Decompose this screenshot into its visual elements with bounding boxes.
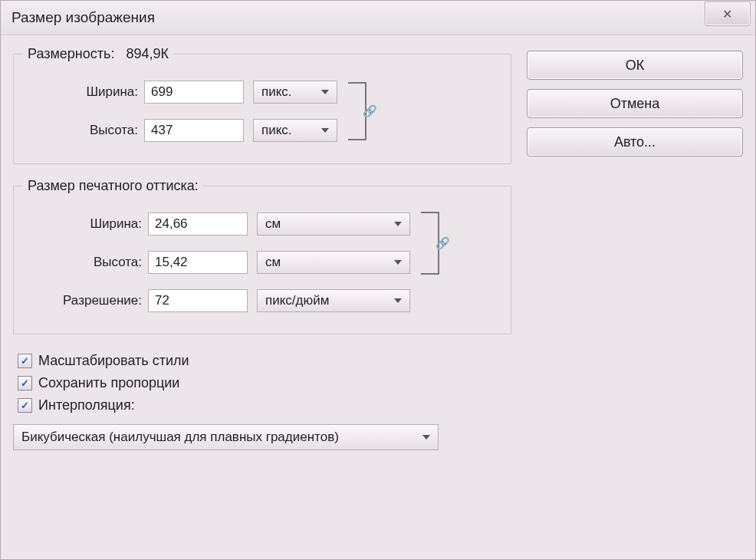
main-column: Размерность: 894,9К Ширина: пикс. [13, 46, 511, 548]
resolution-unit-select[interactable]: пикс/дюйм [257, 289, 410, 312]
constrain-link-print: 🔗 [421, 212, 439, 275]
link-icon: 🔗 [436, 236, 450, 250]
link-icon: 🔗 [363, 104, 377, 118]
resample-label: Интерполяция: [38, 397, 135, 413]
side-buttons: ОК Отмена Авто... [527, 46, 743, 548]
resolution-input[interactable] [148, 289, 248, 312]
print-height-unit: см [265, 255, 281, 270]
print-width-label: Ширина: [23, 216, 148, 232]
dimensions-size: 894,9К [126, 46, 169, 61]
ok-button[interactable]: ОК [527, 51, 743, 80]
print-height-label: Высота: [23, 255, 148, 270]
close-icon: ✕ [722, 7, 733, 21]
chevron-down-icon [394, 222, 402, 226]
chevron-down-icon [394, 260, 402, 265]
chevron-down-icon [321, 128, 329, 133]
resample-method: Бикубическая (наилучшая для плавных град… [21, 430, 339, 445]
chevron-down-icon [394, 298, 402, 303]
checkbox-icon: ✓ [18, 376, 32, 390]
pixel-width-input[interactable] [144, 81, 244, 104]
dimensions-label: Размерность: [28, 46, 114, 61]
print-width-input[interactable] [148, 212, 248, 236]
print-width-unit: см [265, 216, 281, 232]
pixel-height-unit: пикс. [261, 123, 292, 138]
height-label: Высота: [23, 123, 144, 138]
cancel-button[interactable]: Отмена [527, 89, 743, 118]
resample-checkbox[interactable]: ✓ Интерполяция: [18, 397, 511, 413]
pixel-height-unit-select[interactable]: пикс. [253, 119, 337, 142]
print-width-unit-select[interactable]: см [257, 212, 410, 236]
resolution-unit: пикс/дюйм [265, 293, 329, 308]
window-title: Размер изображения [8, 9, 155, 26]
chevron-down-icon [321, 90, 329, 94]
titlebar: Размер изображения ✕ [1, 1, 755, 35]
pixel-pair: Ширина: пикс. Высота: пикс. [23, 73, 501, 150]
document-size-group: Размер печатного оттиска: Ширина: см [13, 178, 511, 334]
pixel-dimensions-legend: Размерность: 894,9К [23, 46, 173, 62]
auto-button[interactable]: Авто... [527, 127, 743, 156]
checkbox-icon: ✓ [18, 398, 32, 413]
resolution-label: Разрешение: [23, 293, 148, 308]
chevron-down-icon [422, 435, 430, 440]
constrain-link-pixel: 🔗 [348, 82, 366, 140]
options-checks: ✓ Масштабировать стили ✓ Сохранить пропо… [18, 353, 511, 413]
image-size-dialog: Размер изображения ✕ Размерность: 894,9К… [0, 0, 756, 560]
constrain-proportions-checkbox[interactable]: ✓ Сохранить пропорции [18, 375, 511, 391]
print-pair: Ширина: см Высота: см [23, 205, 501, 282]
width-label: Ширина: [23, 84, 144, 100]
constrain-label: Сохранить пропорции [38, 375, 179, 391]
pixel-width-unit-select[interactable]: пикс. [253, 81, 337, 104]
resample-method-select[interactable]: Бикубическая (наилучшая для плавных град… [13, 424, 439, 450]
pixel-width-unit: пикс. [261, 84, 292, 100]
document-size-legend: Размер печатного оттиска: [23, 178, 203, 194]
print-height-unit-select[interactable]: см [257, 251, 410, 274]
close-button[interactable]: ✕ [705, 2, 751, 26]
dialog-body: Размерность: 894,9К Ширина: пикс. [1, 35, 755, 559]
pixel-height-input[interactable] [144, 119, 244, 142]
scale-styles-checkbox[interactable]: ✓ Масштабировать стили [18, 353, 511, 369]
scale-styles-label: Масштабировать стили [38, 353, 189, 369]
checkbox-icon: ✓ [18, 354, 32, 368]
print-height-input[interactable] [148, 251, 248, 274]
pixel-dimensions-group: Размерность: 894,9К Ширина: пикс. [13, 46, 511, 164]
